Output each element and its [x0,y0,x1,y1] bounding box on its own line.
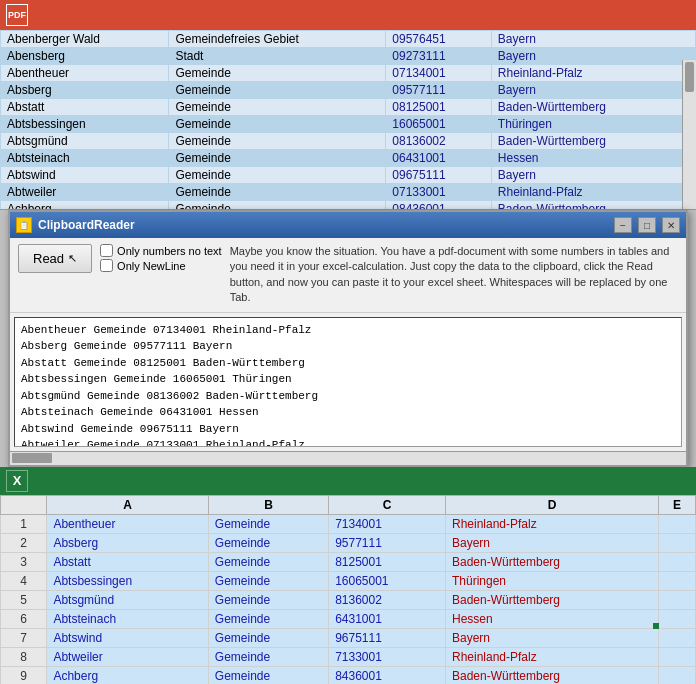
cell-8-d[interactable]: Rheinland-Pfalz [445,647,658,666]
col-header-e[interactable]: E [658,495,695,514]
pdf-table-row: AbstattGemeinde08125001Baden-Württemberg [1,99,696,116]
output-line: Absberg Gemeinde 09577111 Bayern [21,338,675,355]
cell-7-b[interactable]: Gemeinde [208,628,328,647]
cell-1-c[interactable]: 7134001 [329,514,446,533]
cell-7-d[interactable]: Bayern [445,628,658,647]
cell-1-d[interactable]: Rheinland-Pfalz [445,514,658,533]
excel-section: X A B C D E 1AbentheuerGemeinde7134001Rh… [0,467,696,684]
cell-2-b[interactable]: Gemeinde [208,533,328,552]
cell-6-c[interactable]: 6431001 [329,609,446,628]
cell-9-b[interactable]: Gemeinde [208,666,328,684]
checkbox-numbers-label: Only numbers no text [117,245,222,257]
pdf-table-row: AbtsbessingenGemeinde16065001Thüringen [1,116,696,133]
cell-8-c[interactable]: 7133001 [329,647,446,666]
cell-5-d[interactable]: Baden-Württemberg [445,590,658,609]
excel-icon-label: X [13,473,22,488]
cell-3-e[interactable] [658,552,695,571]
col-header-empty[interactable] [1,495,47,514]
cell-9-a[interactable]: Achberg [47,666,208,684]
cell-1-b[interactable]: Gemeinde [208,514,328,533]
excel-titlebar: X [0,467,696,495]
table-row: 7AbtswindGemeinde9675111Bayern [1,628,696,647]
cell-7-a[interactable]: Abtswind [47,628,208,647]
pdf-table-row: AbensbergStadt09273111Bayern [1,48,696,65]
read-label: Read [33,251,64,266]
pdf-table-row: AbtswindGemeinde09675111Bayern [1,167,696,184]
pdf-scrollbar[interactable] [682,60,696,210]
table-row: 6AbtsteinachGemeinde6431001Hessen [1,609,696,628]
pdf-table: Abenberger WaldGemeindefreies Gebiet0957… [0,30,696,210]
checkbox-numbers[interactable] [100,244,113,257]
checkbox-newline-item: Only NewLine [100,259,222,272]
cell-9-e[interactable] [658,666,695,684]
dialog-titlebar: 📋 ClipboardReader − □ ✕ [10,212,686,238]
cell-4-b[interactable]: Gemeinde [208,571,328,590]
table-row: 5AbtsgmündGemeinde8136002Baden-Württembe… [1,590,696,609]
minimize-button[interactable]: − [614,217,632,233]
cell-2-d[interactable]: Bayern [445,533,658,552]
pdf-section: PDF Abenberger WaldGemeindefreies Gebiet… [0,0,696,210]
col-header-b[interactable]: B [208,495,328,514]
cell-5-c[interactable]: 8136002 [329,590,446,609]
cell-3-c[interactable]: 8125001 [329,552,446,571]
output-area[interactable]: Abentheuer Gemeinde 07134001 Rheinland-P… [14,317,682,447]
cell-5-a[interactable]: Abtsgmünd [47,590,208,609]
horizontal-scrollbar[interactable] [10,451,686,465]
close-button[interactable]: ✕ [662,217,680,233]
cell-4-a[interactable]: Abtsbessingen [47,571,208,590]
cell-2-a[interactable]: Absberg [47,533,208,552]
cell-5-e[interactable] [658,590,695,609]
read-button[interactable]: Read ↖ [18,244,92,273]
cell-4-d[interactable]: Thüringen [445,571,658,590]
cursor-icon: ↖ [68,252,77,265]
description-text: Maybe you know the situation. You have a… [230,244,678,306]
output-line: Abtsbessingen Gemeinde 16065001 Thüringe… [21,371,675,388]
pdf-table-row: AbtsteinachGemeinde06431001Hessen [1,150,696,167]
dialog-controls: Read ↖ Only numbers no text Only NewLine… [10,238,686,313]
excel-table: A B C D E 1AbentheuerGemeinde7134001Rhei… [0,495,696,684]
checkbox-newline-label: Only NewLine [117,260,185,272]
pdf-table-row: AbtsgmündGemeinde08136002Baden-Württembe… [1,133,696,150]
cell-3-a[interactable]: Abstatt [47,552,208,571]
pdf-table-row: AbsbergGemeinde09577111Bayern [1,82,696,99]
cell-4-c[interactable]: 16065001 [329,571,446,590]
col-header-d[interactable]: D [445,495,658,514]
table-row: 4AbtsbessingenGemeinde16065001Thüringen [1,571,696,590]
pdf-table-row: AbtweilerGemeinde07133001Rheinland-Pfalz [1,184,696,201]
cell-3-b[interactable]: Gemeinde [208,552,328,571]
table-row: 9AchbergGemeinde8436001Baden-Württemberg [1,666,696,684]
cell-1-a[interactable]: Abentheuer [47,514,208,533]
checkbox-numbers-item: Only numbers no text [100,244,222,257]
cell-7-c[interactable]: 9675111 [329,628,446,647]
col-header-c[interactable]: C [329,495,446,514]
col-header-a[interactable]: A [47,495,208,514]
checkbox-newline[interactable] [100,259,113,272]
pdf-icon: PDF [6,4,28,26]
table-row: 8AbtweilerGemeinde7133001Rheinland-Pfalz [1,647,696,666]
cell-9-c[interactable]: 8436001 [329,666,446,684]
cell-8-a[interactable]: Abtweiler [47,647,208,666]
cell-7-e[interactable] [658,628,695,647]
cell-6-b[interactable]: Gemeinde [208,609,328,628]
output-line: Abtweiler Gemeinde 07133001 Rheinland-Pf… [21,437,675,447]
cell-5-b[interactable]: Gemeinde [208,590,328,609]
cell-8-e[interactable] [658,647,695,666]
cell-6-d[interactable]: Hessen [445,609,658,628]
cell-6-e[interactable] [658,609,695,628]
cell-3-d[interactable]: Baden-Württemberg [445,552,658,571]
maximize-button[interactable]: □ [638,217,656,233]
output-line: Abtswind Gemeinde 09675111 Bayern [21,421,675,438]
output-line: Abtsteinach Gemeinde 06431001 Hessen [21,404,675,421]
cell-1-e[interactable] [658,514,695,533]
clipboard-reader-dialog: 📋 ClipboardReader − □ ✕ Read ↖ Only numb… [8,210,688,467]
table-row: 3AbstattGemeinde8125001Baden-Württemberg [1,552,696,571]
cell-2-c[interactable]: 9577111 [329,533,446,552]
cell-2-e[interactable] [658,533,695,552]
pdf-table-row: Abenberger WaldGemeindefreies Gebiet0957… [1,31,696,48]
table-row: 2AbsbergGemeinde9577111Bayern [1,533,696,552]
cell-6-a[interactable]: Abtsteinach [47,609,208,628]
output-line: Abstatt Gemeinde 08125001 Baden-Württemb… [21,355,675,372]
cell-4-e[interactable] [658,571,695,590]
cell-8-b[interactable]: Gemeinde [208,647,328,666]
cell-9-d[interactable]: Baden-Württemberg [445,666,658,684]
